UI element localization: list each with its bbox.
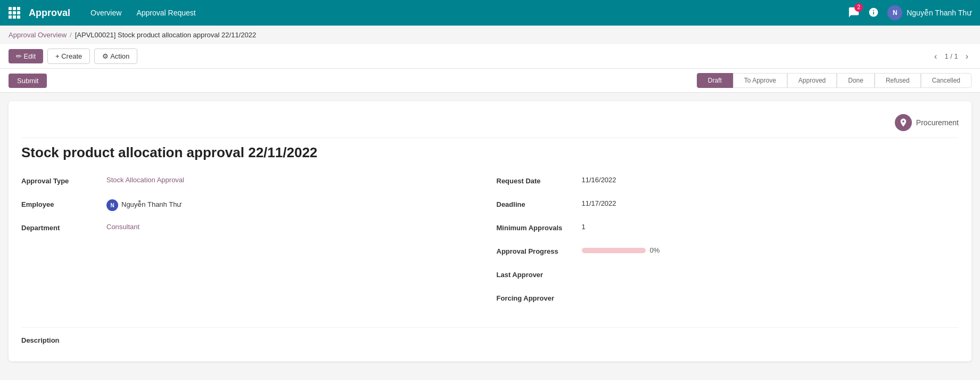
status-step-approved[interactable]: Approved xyxy=(787,73,837,88)
status-step-cancelled[interactable]: Cancelled xyxy=(921,73,971,88)
content-card: Procurement Stock product allocation app… xyxy=(9,101,971,361)
progress-pct: 0% xyxy=(650,246,660,254)
create-button[interactable]: + Create xyxy=(47,48,90,64)
user-name: Nguyễn Thanh Thư xyxy=(907,9,971,17)
request-date-label: Request Date xyxy=(497,176,582,185)
form-left-section: Approval Type Stock Allocation Approval … xyxy=(21,176,484,317)
clock-icon[interactable] xyxy=(868,7,879,19)
employee-label: Employee xyxy=(21,199,106,208)
edit-button[interactable]: ✏ Edit xyxy=(9,49,43,63)
next-button[interactable]: › xyxy=(962,51,971,62)
nav-overview[interactable]: Overview xyxy=(83,5,129,20)
procurement-icon xyxy=(895,114,912,131)
content-wrapper: Procurement Stock product allocation app… xyxy=(0,93,980,370)
last-approver-label: Last Approver xyxy=(497,270,582,279)
pagination-text: 1 / 1 xyxy=(944,52,958,60)
form-title: Stock product allocation approval 22/11/… xyxy=(21,144,959,161)
employee-avatar: N xyxy=(106,199,118,211)
request-date-value: 11/16/2022 xyxy=(582,176,959,184)
deadline-value: 11/17/2022 xyxy=(582,199,959,207)
department-field: Department Consultant xyxy=(21,223,484,239)
user-avatar: N xyxy=(887,5,902,20)
breadcrumb-current: [APVL00021] Stock product allocation app… xyxy=(75,31,256,39)
user-menu[interactable]: N Nguyễn Thanh Thư xyxy=(887,5,971,20)
min-approvals-field: Minimum Approvals 1 xyxy=(497,223,959,239)
description-section: Description xyxy=(21,327,959,344)
action-button[interactable]: ⚙ Action xyxy=(94,48,137,64)
department-label: Department xyxy=(21,223,106,232)
request-date-field: Request Date 11/16/2022 xyxy=(497,176,959,192)
procurement-label: Procurement xyxy=(916,118,959,127)
status-pipeline: Draft To Approve Approved Done Refused C… xyxy=(697,73,971,88)
forcing-approver-field: Forcing Approver xyxy=(497,293,959,309)
topnav-right: 2 N Nguyễn Thanh Thư xyxy=(848,5,971,20)
top-navigation: Approval Overview Approval Request 2 N N… xyxy=(0,0,980,26)
status-step-refused[interactable]: Refused xyxy=(875,73,921,88)
toolbar: ✏ Edit + Create ⚙ Action ‹ 1 / 1 › xyxy=(0,44,980,69)
status-bar: Submit Draft To Approve Approved Done Re… xyxy=(0,69,980,93)
progress-bar-bg xyxy=(582,248,646,253)
submit-button[interactable]: Submit xyxy=(9,74,47,88)
app-grid-icon[interactable] xyxy=(9,7,20,19)
employee-field: Employee NNguyễn Thanh Thư xyxy=(21,199,484,215)
approval-type-field: Approval Type Stock Allocation Approval xyxy=(21,176,484,192)
min-approvals-label: Minimum Approvals xyxy=(497,223,582,232)
deadline-field: Deadline 11/17/2022 xyxy=(497,199,959,215)
nav-approval-request[interactable]: Approval Request xyxy=(129,5,203,20)
status-step-to-approve[interactable]: To Approve xyxy=(733,73,787,88)
forcing-approver-label: Forcing Approver xyxy=(497,293,582,302)
employee-name: Nguyễn Thanh Thư xyxy=(121,200,181,208)
chat-icon[interactable]: 2 xyxy=(848,6,860,20)
min-approvals-value: 1 xyxy=(582,223,959,231)
approval-progress-label: Approval Progress xyxy=(497,246,582,255)
procurement-badge: Procurement xyxy=(895,114,959,131)
employee-value: NNguyễn Thanh Thư xyxy=(106,199,484,211)
description-label: Description xyxy=(21,336,959,344)
top-menu: Overview Approval Request xyxy=(83,5,203,20)
approval-type-label: Approval Type xyxy=(21,176,106,185)
app-name: Approval xyxy=(29,7,70,19)
approval-progress-field: Approval Progress 0% xyxy=(497,246,959,262)
form-fields: Approval Type Stock Allocation Approval … xyxy=(21,176,959,317)
progress-bar-wrapper: 0% xyxy=(582,246,660,254)
status-step-done[interactable]: Done xyxy=(837,73,875,88)
card-header: Procurement xyxy=(21,114,959,138)
last-approver-field: Last Approver xyxy=(497,270,959,286)
status-step-draft[interactable]: Draft xyxy=(697,73,733,88)
approval-type-value[interactable]: Stock Allocation Approval xyxy=(106,176,184,184)
prev-button[interactable]: ‹ xyxy=(931,51,940,62)
breadcrumb: Approval Overview / [APVL00021] Stock pr… xyxy=(0,26,980,44)
deadline-label: Deadline xyxy=(497,199,582,208)
chat-badge: 2 xyxy=(854,3,863,12)
form-right-section: Request Date 11/16/2022 Deadline 11/17/2… xyxy=(497,176,959,317)
toolbar-pagination: ‹ 1 / 1 › xyxy=(931,51,971,62)
department-value[interactable]: Consultant xyxy=(106,223,139,231)
breadcrumb-separator: / xyxy=(70,31,72,39)
breadcrumb-parent[interactable]: Approval Overview xyxy=(9,31,67,39)
